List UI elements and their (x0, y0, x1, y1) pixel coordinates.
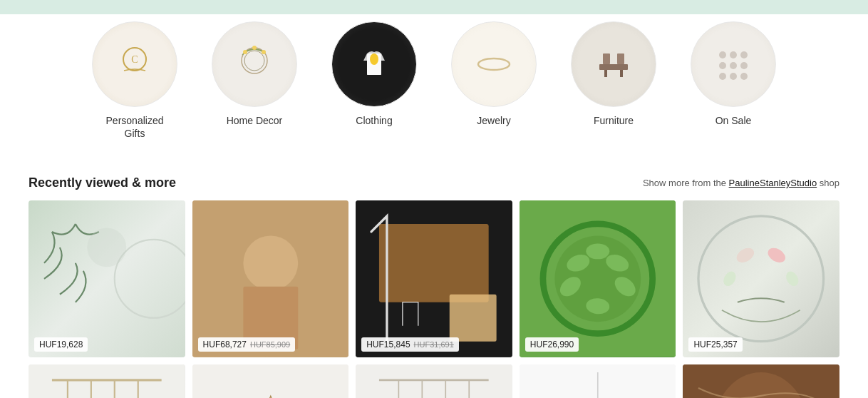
svg-point-8 (370, 53, 378, 65)
price-p2: HUF68,727 (203, 340, 247, 349)
svg-point-16 (730, 51, 737, 58)
svg-point-9 (478, 58, 510, 70)
svg-rect-30 (379, 224, 489, 302)
svg-point-44 (721, 270, 738, 289)
svg-point-37 (586, 244, 609, 260)
category-item-furniture[interactable]: Furniture (571, 21, 656, 140)
product-image-p3: HUF15,845HUF31,691 (356, 200, 512, 357)
category-circle-jewelry (451, 21, 537, 107)
category-label-clothing: Clothing (356, 114, 392, 127)
svg-rect-12 (617, 53, 624, 64)
category-label-jewelry: Jewelry (477, 114, 510, 127)
category-circle-clothing (331, 21, 417, 107)
price-p3: HUF15,845 (366, 340, 410, 349)
category-item-personalized-gifts[interactable]: C Personalized Gifts (92, 21, 177, 140)
category-circle-furniture (571, 21, 656, 107)
svg-point-18 (719, 62, 726, 69)
recently-section: Recently viewed & more Show more from th… (0, 161, 868, 398)
svg-text:C: C (131, 54, 138, 65)
categories-row: C Personalized Gifts Home Decor Clothing… (0, 14, 868, 161)
product-card-p9[interactable]: HUF67,273 (520, 364, 676, 398)
svg-point-4 (252, 46, 257, 50)
svg-point-6 (262, 50, 266, 54)
svg-point-19 (730, 62, 737, 69)
product-card-p3[interactable]: HUF15,845HUF31,691 (356, 200, 512, 357)
svg-point-23 (740, 73, 748, 80)
products-grid: HUF19,628 HUF68,727HUF85,909 HUF15,845HU… (29, 200, 839, 398)
category-item-jewelry[interactable]: Jewelry (451, 21, 537, 140)
category-item-on-sale[interactable]: On Sale (691, 21, 776, 140)
svg-point-21 (719, 73, 726, 80)
svg-point-17 (740, 51, 748, 58)
category-label-home-decor: Home Decor (227, 114, 283, 127)
category-label-furniture: Furniture (594, 114, 634, 127)
category-label-personalized-gifts: Personalized Gifts (95, 114, 174, 140)
price-original-p3: HUF31,691 (414, 340, 454, 349)
svg-rect-10 (599, 64, 628, 70)
svg-point-15 (719, 51, 726, 58)
show-more-text: Show more from the PaulineStanleyStudio … (643, 178, 839, 188)
category-label-on-sale: On Sale (715, 114, 752, 127)
category-circle-personalized-gifts: C (92, 21, 177, 107)
svg-rect-65 (356, 364, 512, 398)
product-image-p5: HUF25,357 (683, 200, 839, 357)
category-item-clothing[interactable]: Clothing (331, 21, 417, 140)
product-card-p6[interactable]: HUF16,163 (29, 364, 185, 398)
product-image-p2: HUF68,727HUF85,909 (192, 200, 349, 357)
recently-header: Recently viewed & more Show more from th… (29, 175, 839, 190)
product-card-p10[interactable]: HUF19,628 (683, 364, 839, 398)
shop-link[interactable]: PaulineStanleyStudio (729, 178, 817, 188)
price-badge-p5: HUF25,357 (688, 337, 742, 352)
product-card-p8[interactable]: HUF16,163 (356, 364, 512, 398)
product-image-p1: HUF19,628 (29, 200, 185, 357)
product-image-p8: HUF16,163 (356, 364, 512, 398)
category-item-home-decor[interactable]: Home Decor (212, 21, 297, 140)
product-image-p10: HUF19,628 (683, 364, 839, 398)
price-original-p2: HUF85,909 (250, 340, 290, 349)
category-circle-home-decor (212, 21, 297, 107)
category-circle-on-sale (691, 21, 776, 107)
product-card-p4[interactable]: HUF26,990 (520, 200, 676, 357)
product-image-p9: HUF67,273 (520, 364, 676, 398)
price-badge-p3: HUF15,845HUF31,691 (361, 337, 459, 352)
price-p1: HUF19,628 (39, 340, 83, 349)
product-image-p6: HUF16,163 (29, 364, 185, 398)
price-badge-p4: HUF26,990 (525, 337, 579, 352)
price-badge-p2: HUF68,727HUF85,909 (198, 337, 296, 352)
price-p4: HUF26,990 (530, 340, 574, 349)
recently-title: Recently viewed & more (29, 175, 176, 190)
product-image-p7: HUF16,163 (192, 364, 349, 398)
price-p5: HUF25,357 (693, 340, 737, 349)
svg-rect-60 (192, 364, 349, 398)
svg-point-42 (734, 245, 757, 265)
svg-point-22 (730, 73, 737, 80)
product-card-p5[interactable]: HUF25,357 (683, 200, 839, 357)
svg-rect-31 (450, 295, 497, 342)
svg-point-5 (243, 50, 247, 54)
product-card-p7[interactable]: HUF16,163 (192, 364, 349, 398)
svg-point-43 (765, 245, 788, 265)
svg-rect-11 (603, 53, 610, 64)
svg-point-3 (244, 51, 264, 71)
svg-rect-14 (620, 70, 623, 77)
svg-point-25 (87, 228, 126, 267)
svg-point-27 (243, 236, 298, 291)
svg-point-20 (740, 62, 748, 69)
price-badge-p1: HUF19,628 (34, 337, 88, 352)
svg-point-41 (698, 216, 824, 342)
top-section: C Personalized Gifts Home Decor Clothing… (0, 0, 868, 161)
product-card-p1[interactable]: HUF19,628 (29, 200, 185, 357)
svg-point-45 (784, 270, 801, 289)
product-card-p2[interactable]: HUF68,727HUF85,909 (192, 200, 349, 357)
svg-rect-13 (604, 70, 607, 77)
product-image-p4: HUF26,990 (520, 200, 676, 357)
